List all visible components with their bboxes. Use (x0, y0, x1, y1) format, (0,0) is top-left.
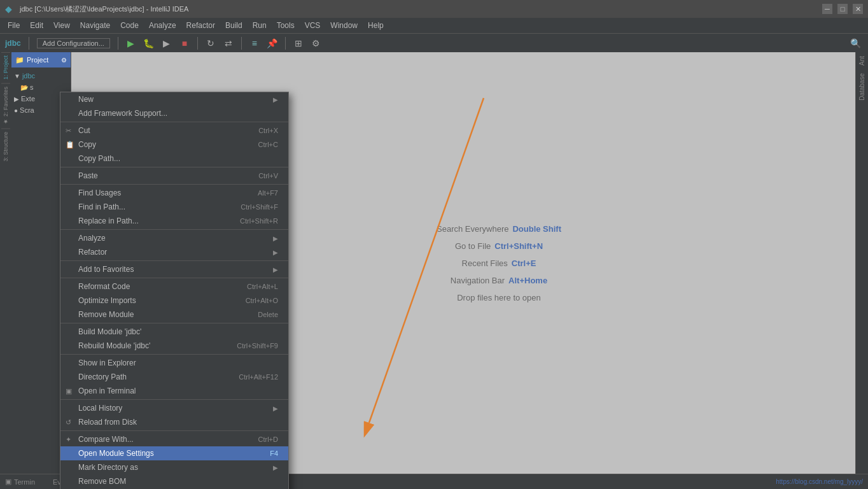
toolbar-sep-3 (197, 37, 198, 50)
ctx-sep-7 (60, 323, 288, 323)
menu-navigate[interactable]: Navigate (75, 18, 115, 33)
ctx-reformat-code[interactable]: Reformat Code Ctrl+Alt+L (60, 280, 288, 294)
tree-item-jdbc[interactable]: ▼ jdbc (11, 70, 71, 82)
ctx-remove-bom-label: Remove BOM (78, 477, 126, 486)
hint-drop-files: Drop files here to open (457, 293, 541, 302)
settings-button[interactable]: ⚙ (309, 36, 324, 51)
ctx-optimize-imports[interactable]: Optimize Imports Ctrl+Alt+O (60, 294, 288, 308)
menu-refactor[interactable]: Refactor (181, 18, 220, 33)
ctx-open-module-settings[interactable]: Open Module Settings F4 (60, 446, 288, 460)
ctx-show-in-explorer[interactable]: Show in Explorer (60, 356, 288, 370)
debug-button[interactable]: 🐛 (141, 36, 157, 51)
ctx-mark-directory-as[interactable]: Mark Directory as ▶ (60, 460, 288, 474)
ctx-sep-6 (60, 278, 288, 278)
ctx-replace-in-path[interactable]: Replace in Path... Ctrl+Shift+R (60, 214, 288, 228)
close-button[interactable]: ✕ (853, 4, 863, 14)
hint-search-text: Search Everywhere (437, 224, 508, 234)
ctx-analyze[interactable]: Analyze ▶ (60, 231, 288, 245)
run-config-dropdown[interactable]: Add Configuration... (34, 36, 113, 51)
ctx-find-usages[interactable]: Find Usages Alt+F7 (60, 186, 288, 200)
tree-label-src: s (30, 83, 34, 91)
main-area: 1: Project ★ 2: Favorites 3: Structure 📁… (0, 52, 868, 474)
right-tab-database[interactable]: Database (857, 69, 867, 104)
stop-button[interactable]: ■ (177, 36, 192, 51)
ctx-reformat-code-label: Reformat Code (78, 282, 130, 291)
ctx-add-to-favorites[interactable]: Add to Favorites ▶ (60, 262, 288, 276)
ctx-open-in-terminal[interactable]: ▣ Open in Terminal (60, 384, 288, 398)
bookmark-button[interactable]: 📌 (265, 36, 280, 51)
ctx-remove-module[interactable]: Remove Module Delete (60, 308, 288, 322)
sidebar-tab-favorites[interactable]: ★ 2: Favorites (1, 83, 10, 127)
sidebar-tab-project[interactable]: 1: Project (1, 52, 10, 82)
layout-button[interactable]: ⊞ (291, 36, 306, 51)
maximize-button[interactable]: □ (837, 4, 848, 14)
menu-code[interactable]: Code (115, 18, 144, 33)
ctx-compare-with[interactable]: ✦ Compare With... Ctrl+D (60, 432, 288, 446)
ctx-rebuild-module-label: Rebuild Module 'jdbc' (78, 341, 150, 350)
ctx-find-in-path[interactable]: Find in Path... Ctrl+Shift+F (60, 200, 288, 214)
ctx-sep-5 (60, 260, 288, 261)
vcs-button[interactable]: ≡ (247, 36, 262, 51)
update-button[interactable]: ↻ (203, 36, 218, 51)
menu-build[interactable]: Build (220, 18, 248, 33)
hint-recent-text: Recent Files (462, 259, 508, 268)
ctx-copy-path[interactable]: Copy Path... (60, 152, 288, 166)
ctx-directory-path[interactable]: Directory Path Ctrl+Alt+F12 (60, 370, 288, 384)
ctx-build-module-label: Build Module 'jdbc' (78, 327, 141, 336)
toolbar: jdbc Add Configuration... ▶ 🐛 ▶ ■ ↻ ⇄ ≡ … (0, 33, 868, 52)
right-tab-ant[interactable]: Ant (857, 52, 867, 69)
minimize-button[interactable]: ─ (822, 4, 832, 14)
title-bar-controls: ─ □ ✕ (822, 4, 863, 14)
ctx-add-to-favorites-arrow: ▶ (273, 266, 278, 273)
add-configuration-btn[interactable]: Add Configuration... (37, 38, 110, 48)
ctx-cut[interactable]: ✂ Cut Ctrl+X (60, 124, 288, 138)
ctx-local-history[interactable]: Local History ▶ (60, 401, 288, 415)
ctx-remove-bom[interactable]: Remove BOM (60, 474, 288, 488)
ctx-local-history-label: Local History (78, 404, 122, 413)
ctx-rebuild-module[interactable]: Rebuild Module 'jdbc' Ctrl+Shift+F9 (60, 339, 288, 353)
ctx-find-usages-label: Find Usages (78, 188, 121, 197)
menu-analyze[interactable]: Analyze (144, 18, 181, 33)
title-bar-left: ◆ jdbc [C:\Users\橘涩涩\IdeaProjects\jdbc] … (5, 4, 188, 14)
tree-arrow-ext-icon: ▶ (14, 96, 19, 103)
ctx-build-module[interactable]: Build Module 'jdbc' (60, 325, 288, 339)
sync-button[interactable]: ⇄ (221, 36, 236, 51)
menu-run[interactable]: Run (248, 18, 272, 33)
menu-edit[interactable]: Edit (25, 18, 48, 33)
search-everywhere-btn[interactable]: 🔍 (848, 36, 863, 51)
sidebar-tab-structure[interactable]: 3: Structure (1, 129, 10, 164)
ctx-copy-label: Copy (78, 140, 96, 149)
ctx-replace-in-path-label: Replace in Path... (78, 216, 139, 225)
project-panel-title: Project (27, 56, 48, 64)
menu-vcs[interactable]: VCS (300, 18, 326, 33)
menu-file[interactable]: File (3, 18, 25, 33)
ctx-reload-from-disk[interactable]: ↺ Reload from Disk (60, 415, 288, 429)
ctx-paste-label: Paste (78, 171, 98, 180)
ctx-sep-1 (60, 122, 288, 122)
menu-window[interactable]: Window (325, 18, 363, 33)
run-coverage-button[interactable]: ▶ (159, 36, 174, 51)
window-title: jdbc [C:\Users\橘涩涩\IdeaProjects\jdbc] - … (20, 4, 188, 14)
panel-settings-icon[interactable]: ⚙ (61, 57, 67, 64)
ctx-paste[interactable]: Paste Ctrl+V (60, 169, 288, 183)
ctx-open-module-settings-shortcut: F4 (270, 450, 278, 457)
terminal-icon-small: ▣ (5, 478, 11, 486)
ctx-new[interactable]: New ▶ (60, 92, 288, 106)
ctx-copy[interactable]: 📋 Copy Ctrl+C (60, 138, 288, 152)
ctx-sep-3 (60, 184, 288, 185)
ctx-refactor-label: Refactor (78, 248, 107, 257)
hint-search-key: Double Shift (512, 224, 561, 234)
run-button[interactable]: ▶ (123, 36, 139, 51)
hint-drop-text: Drop files here to open (457, 293, 541, 302)
ctx-directory-path-shortcut: Ctrl+Alt+F12 (239, 373, 278, 381)
terminal-tab[interactable]: ▣ Termin (5, 478, 35, 486)
menu-help[interactable]: Help (363, 18, 389, 33)
ctx-refactor[interactable]: Refactor ▶ (60, 245, 288, 259)
ctx-optimize-imports-shortcut: Ctrl+Alt+O (246, 297, 278, 304)
menu-view[interactable]: View (48, 18, 75, 33)
ctx-local-history-arrow: ▶ (273, 405, 278, 412)
ctx-add-framework[interactable]: Add Framework Support... (60, 106, 288, 120)
menu-tools[interactable]: Tools (272, 18, 300, 33)
app-icon: ◆ (5, 4, 12, 14)
left-sidebar-tabs: 1: Project ★ 2: Favorites 3: Structure (0, 52, 11, 474)
